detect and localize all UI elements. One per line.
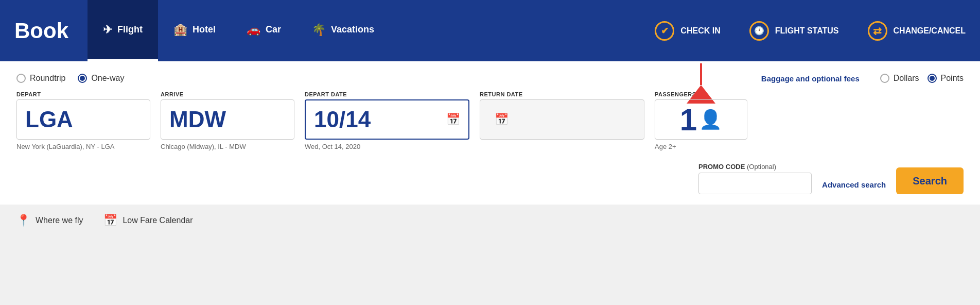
promo-label-text: PROMO CODE — [698, 163, 745, 171]
bottom-links-row: 📍 Where we fly 📅 Low Fare Calendar — [0, 205, 980, 236]
return-date-field-group: RETURN DATE 📅 — [480, 91, 644, 150]
promo-optional-text: (Optional) — [747, 163, 776, 171]
oneway-radio[interactable] — [78, 74, 87, 83]
depart-label: DEPART — [16, 91, 150, 97]
checkin-label: CHECK IN — [680, 26, 720, 36]
passengers-wrapper: 1 👤 — [655, 99, 747, 140]
passenger-count: 1 — [680, 102, 697, 138]
search-fields-row: DEPART LGA New York (LaGuardia), NY - LG… — [16, 91, 964, 150]
nav-checkin[interactable]: ✔ CHECK IN — [640, 21, 734, 41]
advanced-search-link[interactable]: Advanced search — [822, 180, 886, 194]
promo-group: PROMO CODE (Optional) — [698, 163, 812, 194]
search-button[interactable]: Search — [896, 167, 964, 194]
return-date-value — [488, 107, 495, 132]
roundtrip-label: Roundtrip — [30, 74, 65, 83]
dollars-label: Dollars — [894, 74, 919, 83]
depart-date-label: DEPART DATE — [305, 91, 469, 97]
nav-right: ✔ CHECK IN 🕐 FLIGHT STATUS ⇄ CHANGE/CANC… — [640, 0, 980, 61]
depart-calendar-icon: 📅 — [446, 113, 460, 126]
roundtrip-option[interactable]: Roundtrip — [16, 74, 65, 83]
depart-code: LGA — [25, 107, 73, 132]
nav-flight-label: Flight — [117, 24, 143, 35]
dollars-option[interactable]: Dollars — [880, 74, 919, 83]
flight-icon: ✈ — [103, 23, 112, 37]
baggage-fees-link[interactable]: Baggage and optional fees — [761, 74, 860, 83]
oneway-option[interactable]: One-way — [78, 74, 124, 83]
return-date-input[interactable]: 📅 — [480, 99, 644, 140]
nav-car-label: Car — [266, 24, 281, 35]
depart-sub: New York (LaGuardia), NY - LGA — [16, 143, 150, 150]
book-text: Book — [14, 19, 68, 43]
vacations-icon: 🌴 — [312, 23, 326, 37]
arrive-code: MDW — [169, 107, 226, 132]
promo-input[interactable] — [698, 173, 812, 194]
changecancel-icon: ⇄ — [868, 21, 887, 41]
map-pin-icon: 📍 — [16, 214, 30, 227]
nav-hotel-label: Hotel — [192, 24, 216, 35]
arrive-field-group: ARRIVE MDW Chicago (Midway), IL - MDW — [161, 91, 294, 150]
checkin-icon: ✔ — [655, 21, 674, 41]
nav-car[interactable]: 🚗 Car — [231, 0, 296, 61]
arrive-label: ARRIVE — [161, 91, 294, 97]
booking-form: Roundtrip One-way Baggage and optional f… — [0, 61, 980, 236]
promo-label: PROMO CODE (Optional) — [698, 163, 812, 171]
nav-flightstatus[interactable]: 🕐 FLIGHT STATUS — [735, 21, 853, 41]
flightstatus-icon: 🕐 — [749, 21, 769, 41]
book-label: Book — [0, 0, 87, 61]
arrow-shaft — [700, 63, 702, 85]
passengers-sub: Age 2+ — [655, 143, 747, 150]
depart-date-field-group: DEPART DATE 10/14 📅 Wed, Oct 14, 2020 — [305, 91, 469, 150]
arrive-input[interactable]: MDW — [161, 99, 294, 140]
navbar: Book ✈ Flight 🏨 Hotel 🚗 Car 🌴 Vacations … — [0, 0, 980, 61]
nav-flight[interactable]: ✈ Flight — [87, 0, 158, 61]
where-we-fly-link[interactable]: 📍 Where we fly — [16, 214, 83, 227]
promo-search-row: PROMO CODE (Optional) Advanced search Se… — [16, 155, 964, 205]
oneway-radio-inner — [80, 76, 85, 81]
points-radio-inner — [930, 76, 935, 81]
trip-type-group: Roundtrip One-way — [16, 74, 124, 83]
points-radio[interactable] — [927, 74, 937, 83]
return-calendar-icon: 📅 — [495, 113, 509, 126]
flightstatus-label: FLIGHT STATUS — [775, 26, 839, 36]
hotel-icon: 🏨 — [173, 23, 187, 37]
points-option[interactable]: Points — [927, 74, 964, 83]
car-icon: 🚗 — [247, 23, 260, 37]
oneway-label: One-way — [91, 74, 124, 83]
currency-group: Dollars Points — [880, 74, 964, 83]
nav-vacations-label: Vacations — [331, 24, 374, 35]
nav-changecancel[interactable]: ⇄ CHANGE/CANCEL — [853, 21, 980, 41]
dollars-radio[interactable] — [880, 74, 889, 83]
arrive-sub: Chicago (Midway), IL - MDW — [161, 143, 294, 150]
depart-date-value: 10/14 — [314, 107, 371, 132]
where-we-fly-label: Where we fly — [36, 216, 83, 225]
return-date-label: RETURN DATE — [480, 91, 644, 97]
low-fare-calendar-label: Low Fare Calendar — [122, 216, 192, 225]
return-date-sub — [480, 143, 644, 150]
nav-vacations[interactable]: 🌴 Vacations — [296, 0, 390, 61]
calendar-icon: 📅 — [103, 214, 117, 227]
roundtrip-radio[interactable] — [16, 74, 26, 83]
trip-type-row: Roundtrip One-way Baggage and optional f… — [16, 74, 964, 83]
passengers-field-group: PASSENGERS 1 👤 Age 2+ — [655, 91, 747, 150]
nav-hotel[interactable]: 🏨 Hotel — [158, 0, 231, 61]
depart-date-input[interactable]: 10/14 📅 — [305, 99, 469, 140]
points-label: Points — [941, 74, 964, 83]
depart-input[interactable]: LGA — [16, 99, 150, 140]
depart-date-sub: Wed, Oct 14, 2020 — [305, 143, 469, 150]
person-icon: 👤 — [699, 109, 722, 130]
changecancel-label: CHANGE/CANCEL — [894, 26, 966, 36]
depart-field-group: DEPART LGA New York (LaGuardia), NY - LG… — [16, 91, 150, 150]
low-fare-calendar-link[interactable]: 📅 Low Fare Calendar — [103, 214, 192, 227]
passengers-input[interactable]: 1 👤 — [655, 99, 747, 140]
